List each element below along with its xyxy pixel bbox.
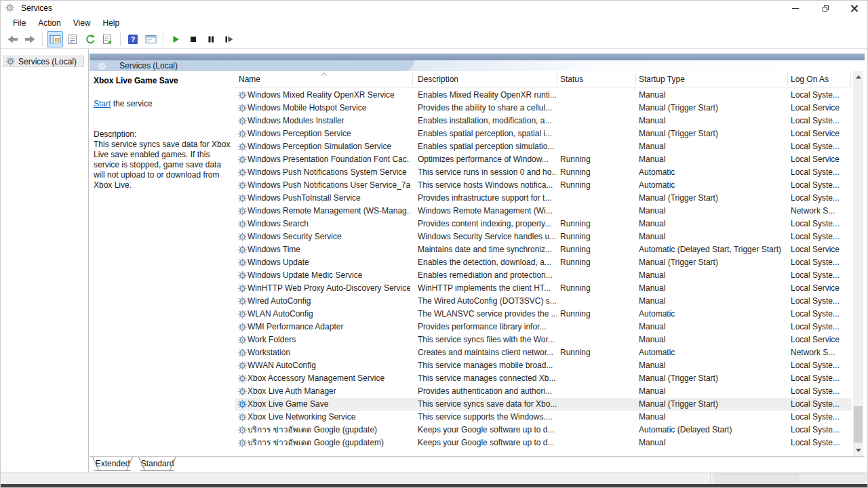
service-row[interactable]: Windows Perception Service Enables spati… xyxy=(235,127,852,140)
service-log-on-as: Local Syste... xyxy=(787,359,852,372)
service-row[interactable]: Windows Search Provides content indexing… xyxy=(235,218,852,230)
service-row[interactable]: Windows Mobile Hotspot Service Provides … xyxy=(235,102,852,115)
column-header-status[interactable]: Status xyxy=(557,71,639,87)
vertical-scrollbar-thumb[interactable] xyxy=(854,406,863,443)
service-row[interactable]: Xbox Live Networking Service This servic… xyxy=(235,411,852,424)
column-header-startup-type[interactable]: Startup Type xyxy=(635,71,791,87)
start-service-icon[interactable] xyxy=(167,31,184,47)
restart-service-icon[interactable] xyxy=(220,31,237,47)
horizontal-scrollbar[interactable] xyxy=(713,473,865,483)
service-gear-icon xyxy=(238,413,247,422)
service-row[interactable]: WWAN AutoConfig This service manages mob… xyxy=(235,359,852,372)
column-header-description[interactable]: Description xyxy=(412,71,562,87)
service-gear-icon xyxy=(238,361,247,370)
header-separator[interactable] xyxy=(850,73,851,85)
service-description: Enables Mixed Reality OpenXR runti... xyxy=(412,89,557,102)
service-startup-type: Manual xyxy=(635,411,787,424)
minimize-button[interactable] xyxy=(783,1,808,16)
service-row[interactable]: Windows Update Medic Service Enables rem… xyxy=(235,269,852,282)
console-tree-icon[interactable] xyxy=(47,31,63,47)
service-row[interactable]: Windows Security Service Windows Securit… xyxy=(235,230,852,243)
services-window: Services FileActionViewHelp ? xyxy=(0,0,868,488)
service-log-on-as: Local Syste... xyxy=(787,372,852,385)
service-row[interactable]: Windows Push Notifications User Service_… xyxy=(235,179,852,192)
service-row[interactable]: Wired AutoConfig The Wired AutoConfig (D… xyxy=(235,295,852,308)
restore-button[interactable] xyxy=(813,1,837,16)
extended-view-icon[interactable] xyxy=(142,31,159,47)
service-row[interactable]: WinHTTP Web Proxy Auto-Discovery Service… xyxy=(235,282,852,295)
service-log-on-as: Network S... xyxy=(787,205,852,218)
service-status: Running xyxy=(557,256,635,269)
service-row[interactable]: Xbox Accessory Management Service This s… xyxy=(235,372,852,385)
pause-service-icon[interactable] xyxy=(203,31,219,47)
service-name: Windows Remote Management (WS-Manag... xyxy=(248,205,410,218)
header-separator[interactable] xyxy=(635,73,636,85)
tab-extended[interactable]: Extended xyxy=(90,457,135,471)
service-startup-type: Automatic xyxy=(635,179,787,192)
service-description: Provides performance library infor... xyxy=(412,321,557,333)
tree-item-services-local[interactable]: Services (Local) xyxy=(3,56,84,67)
vertical-scrollbar[interactable] xyxy=(853,71,863,456)
menu-item-view[interactable]: View xyxy=(67,17,97,29)
column-header-log-on-as[interactable]: Log On As xyxy=(787,71,854,87)
service-gear-icon xyxy=(238,181,247,190)
forward-icon[interactable] xyxy=(22,31,38,47)
menu-item-action[interactable]: Action xyxy=(32,17,66,29)
menu-item-file[interactable]: File xyxy=(7,17,32,29)
service-row[interactable]: Windows Modules Installer Enables instal… xyxy=(235,115,852,127)
service-startup-type: Automatic xyxy=(635,346,787,359)
service-description: Provides authentication and authori... xyxy=(412,385,557,398)
service-row[interactable]: Windows Perception Simulation Service En… xyxy=(235,140,852,153)
service-status xyxy=(557,205,635,218)
service-row[interactable]: WMI Performance Adapter Provides perform… xyxy=(235,321,852,333)
service-row[interactable]: Windows Presentation Foundation Font Cac… xyxy=(235,153,852,166)
horizontal-scrollbar-thumb[interactable] xyxy=(715,474,798,483)
scroll-up-button[interactable] xyxy=(853,71,863,83)
tab-standard[interactable]: Standard xyxy=(136,457,178,471)
scroll-down-button[interactable] xyxy=(853,445,863,456)
header-separator[interactable] xyxy=(787,73,788,85)
service-name: Windows Mobile Hotspot Service xyxy=(248,102,410,115)
service-gear-icon xyxy=(238,142,247,151)
service-row[interactable]: Xbox Live Auth Manager Provides authenti… xyxy=(235,385,852,398)
menu-item-help[interactable]: Help xyxy=(97,17,126,29)
service-description: This service manages mobile broad... xyxy=(412,359,557,372)
service-row[interactable]: บริการ ข่าวอัพเดต Google (gupdate) Keeps… xyxy=(235,424,852,436)
service-gear-icon xyxy=(238,284,247,293)
service-row[interactable]: Windows Update Enables the detection, do… xyxy=(235,256,852,269)
service-row[interactable]: WLAN AutoConfig The WLANSVC service prov… xyxy=(235,308,852,321)
horizontal-scrollbar-track[interactable] xyxy=(799,474,863,483)
service-name: Xbox Live Networking Service xyxy=(248,411,410,424)
service-gear-icon xyxy=(238,91,247,100)
service-description: This service syncs save data for Xbo... xyxy=(412,398,557,411)
service-row[interactable]: Windows Remote Management (WS-Manag... W… xyxy=(235,205,852,218)
properties-icon[interactable] xyxy=(64,31,81,47)
help-icon[interactable]: ? xyxy=(125,31,141,47)
service-gear-icon xyxy=(238,271,247,280)
service-name: Windows Push Notifications User Service_… xyxy=(248,179,410,192)
service-row[interactable]: Windows Push Notifications System Servic… xyxy=(235,166,852,179)
refresh-icon[interactable] xyxy=(82,31,98,47)
service-description: Enables remediation and protection... xyxy=(412,269,557,282)
service-description: Enables the detection, download, a... xyxy=(412,256,557,269)
start-service-suffix: the service xyxy=(111,99,152,108)
service-startup-type: Manual xyxy=(635,153,787,166)
service-row[interactable]: บริการ ข่าวอัพเดต Google (gupdatem) Keep… xyxy=(235,436,852,449)
close-button[interactable] xyxy=(842,1,866,16)
service-row[interactable]: Windows PushToInstall Service Provides i… xyxy=(235,192,852,205)
stop-service-icon[interactable] xyxy=(185,31,201,47)
service-row[interactable]: Windows Time Maintains date and time syn… xyxy=(235,243,852,256)
service-log-on-as: Local Service xyxy=(787,153,852,166)
back-icon[interactable] xyxy=(4,31,20,47)
service-row[interactable]: Work Folders This service syncs files wi… xyxy=(235,333,852,346)
service-row[interactable]: Xbox Live Game Save This service syncs s… xyxy=(235,398,852,411)
service-row[interactable]: Windows Mixed Reality OpenXR Service Ena… xyxy=(235,89,852,102)
export-list-icon[interactable] xyxy=(100,31,116,47)
service-name: Xbox Live Game Save xyxy=(248,398,410,411)
service-log-on-as: Local Syste... xyxy=(787,192,852,205)
header-separator[interactable] xyxy=(412,73,413,85)
header-separator[interactable] xyxy=(557,73,557,85)
title-bar[interactable]: Services xyxy=(1,1,867,16)
service-row[interactable]: Workstation Creates and maintains client… xyxy=(235,346,852,359)
start-service-link[interactable]: Start xyxy=(94,99,111,108)
